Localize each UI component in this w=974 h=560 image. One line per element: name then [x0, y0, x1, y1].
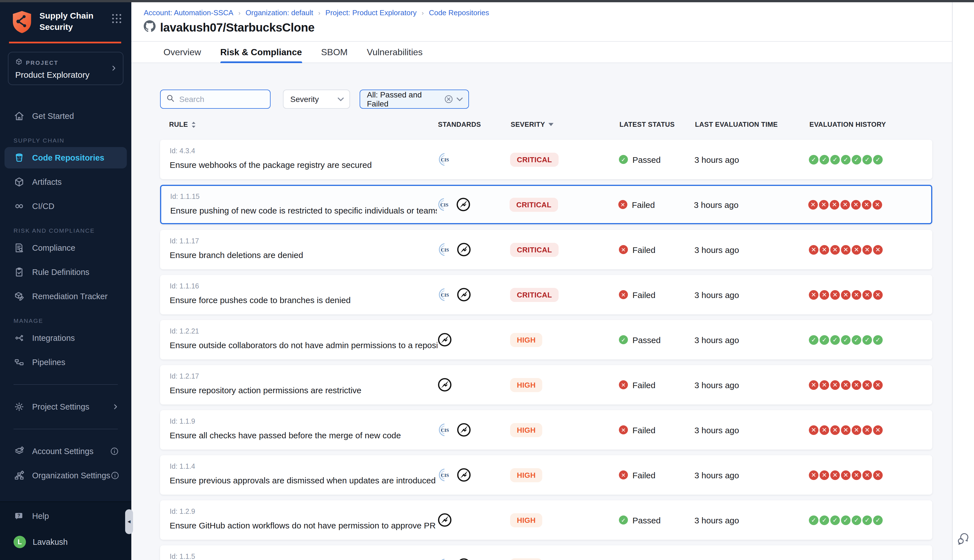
sort-icon[interactable]	[191, 121, 197, 128]
rule-cell: Id: 1.1.4Ensure previous approvals are d…	[170, 456, 437, 494]
evaluation-fail-icon	[862, 470, 872, 480]
svg-text:CIS: CIS	[440, 202, 449, 208]
search-input[interactable]	[179, 95, 264, 104]
breadcrumb-link[interactable]: Organization: default	[245, 8, 313, 17]
sidebar-collapse-handle[interactable]: ◀	[125, 509, 133, 534]
tab-risk-compliance[interactable]: Risk & Compliance	[220, 42, 302, 63]
sidebar-item-label: Remediation Tracker	[32, 292, 108, 301]
failed-status-icon	[619, 290, 628, 299]
rule-row[interactable]: Id: 1.2.9Ensure GitHub action workflows …	[160, 500, 932, 540]
rule-row[interactable]: Id: 1.1.16Ensure force pushes code to br…	[160, 275, 932, 314]
column-header-severity[interactable]: SEVERITY	[511, 120, 619, 128]
clear-filter-icon[interactable]	[444, 95, 453, 104]
sidebar-item-remediation-tracker[interactable]: Remediation Tracker	[0, 286, 131, 307]
sidebar-item-get-started[interactable]: Get Started	[0, 105, 131, 127]
sidebar-item-pipelines[interactable]: Pipelines	[0, 352, 131, 373]
sort-desc-icon[interactable]	[549, 123, 554, 126]
sidebar-item-compliance[interactable]: Compliance	[0, 237, 131, 258]
severity-filter-dropdown[interactable]: Severity	[283, 90, 350, 109]
status-cell: Failed	[619, 470, 694, 480]
evaluation-pass-icon	[830, 335, 840, 345]
standards-cell	[437, 332, 510, 347]
chevron-down-icon	[457, 97, 463, 101]
rule-cell: Id: 1.2.9Ensure GitHub action workflows …	[170, 501, 437, 539]
owasp-standard-icon	[457, 423, 471, 437]
app-grid-icon[interactable]	[111, 13, 122, 27]
status-filter-dropdown[interactable]: All: Passed and Failed	[360, 90, 469, 109]
sidebar-item-label: Code Repositories	[32, 153, 104, 162]
rule-row[interactable]: Id: 1.1.9Ensure all checks have passed b…	[160, 410, 932, 450]
rule-cell: Id: 1.2.17Ensure repository action permi…	[170, 366, 437, 404]
sidebar-item-integrations[interactable]: Integrations	[0, 327, 131, 349]
evaluation-fail-icon	[873, 470, 883, 480]
rule-row[interactable]: Id: 1.1.15Ensure pushing of new code is …	[160, 185, 932, 224]
tab-vulnerabilities[interactable]: Vulnerabilities	[367, 42, 423, 63]
branch-icon	[13, 332, 25, 344]
sidebar-item-project-settings[interactable]: Project Settings	[0, 396, 131, 417]
right-side-panel	[952, 2, 974, 560]
rule-row[interactable]: Id: 1.2.21Ensure outside collaborators d…	[160, 320, 932, 360]
avatar: L	[13, 536, 26, 548]
evaluation-fail-icon	[852, 245, 861, 254]
owasp-standard-icon	[457, 242, 471, 257]
evaluation-pass-icon	[852, 155, 861, 164]
owasp-standard-icon	[457, 468, 471, 482]
project-card-label: PROJECT	[26, 60, 58, 66]
evaluation-pass-icon	[841, 335, 851, 345]
project-selector[interactable]: PROJECT Product Exploratory	[8, 52, 123, 85]
breadcrumb-link[interactable]: Code Repositories	[429, 8, 489, 17]
breadcrumb-link[interactable]: Account: Automation-SSCA	[144, 8, 233, 17]
rule-row[interactable]: Id: 1.1.4Ensure previous approvals are d…	[160, 455, 932, 495]
sidebar-bottom-panel: ? Help L Lavakush	[0, 502, 131, 560]
rule-row[interactable]: Id: 4.3.4Ensure webhooks of the package …	[160, 140, 932, 179]
rule-cell: Id: 1.1.16Ensure force pushes code to br…	[170, 275, 437, 314]
tab-sbom[interactable]: SBOM	[321, 42, 347, 63]
rule-id: Id: 1.1.4	[170, 463, 437, 470]
sidebar-item-help[interactable]: ? Help	[0, 505, 131, 527]
evaluation-pass-icon	[809, 515, 819, 525]
severity-cell: HIGH	[510, 513, 619, 527]
evaluation-fail-icon	[809, 425, 819, 435]
tab-overview[interactable]: Overview	[163, 42, 201, 63]
evaluation-pass-icon	[841, 515, 851, 525]
rule-name: Ensure previous approvals are dismissed …	[170, 475, 437, 485]
evaluation-fail-icon	[852, 290, 861, 300]
column-header-label: SEVERITY	[511, 120, 545, 128]
evaluation-history-cell	[809, 515, 923, 525]
sidebar-item-organization-settings[interactable]: Organization Settings	[0, 465, 131, 486]
sidebar-item-code-repositories[interactable]: </>Code Repositories	[5, 147, 127, 168]
home-icon	[13, 110, 25, 122]
sidebar-item-artifacts[interactable]: Artifacts	[0, 171, 131, 193]
column-header-label: EVALUATION HISTORY	[809, 120, 886, 128]
sidebar-item-rule-definitions[interactable]: Rule Definitions	[0, 262, 131, 283]
info-icon	[110, 471, 119, 480]
sidebar-item-label: CI/CD	[32, 202, 54, 211]
column-header-status: LATEST STATUS	[619, 120, 695, 128]
project-name: Product Exploratory	[15, 70, 116, 80]
severity-badge: HIGH	[510, 378, 542, 392]
sidebar-item-account-settings[interactable]: Account Settings	[0, 440, 131, 462]
sidebar-divider	[13, 429, 118, 429]
rule-row[interactable]: Id: 1.1.17Ensure branch deletions are de…	[160, 230, 932, 269]
status-label: Passed	[632, 155, 660, 164]
sidebar-section-label: MANAGE	[13, 317, 131, 324]
svg-text:CIS: CIS	[441, 292, 449, 298]
evaluation-pass-icon	[830, 155, 840, 164]
search-box[interactable]	[160, 90, 270, 109]
evaluation-fail-icon	[862, 245, 872, 254]
sidebar-item-label: Compliance	[32, 243, 75, 252]
help-label: Help	[32, 512, 49, 520]
evaluation-fail-icon	[862, 290, 872, 300]
breadcrumb-link[interactable]: Project: Product Exploratory	[325, 8, 417, 17]
rule-row[interactable]: Id: 1.2.17Ensure repository action permi…	[160, 365, 932, 405]
sidebar-item-cicd[interactable]: CI/CD	[0, 195, 131, 217]
column-header-rule[interactable]: RULE	[169, 120, 438, 128]
rule-id: Id: 4.3.4	[170, 147, 437, 155]
chat-support-icon[interactable]	[957, 532, 970, 549]
evaluation-history-cell	[809, 470, 923, 480]
user-menu[interactable]: L Lavakush	[0, 536, 131, 548]
status-cell: Failed	[619, 425, 694, 435]
rule-row[interactable]: Id: 1.1.5CISHIGHFailed3 hours ago	[160, 545, 932, 560]
rule-id: Id: 1.1.5	[170, 553, 437, 560]
status-label: Failed	[632, 425, 655, 435]
